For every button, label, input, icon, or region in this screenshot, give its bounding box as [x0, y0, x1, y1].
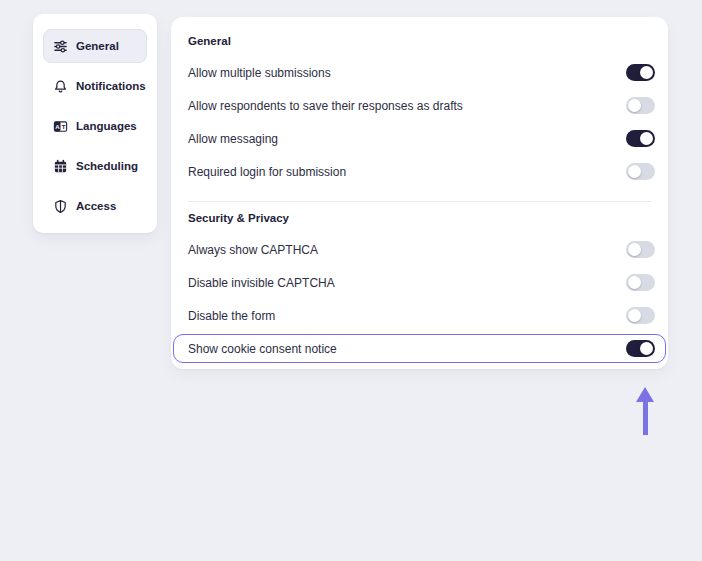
setting-label: Disable the form [188, 309, 626, 323]
toggle-always-show-captcha[interactable] [626, 241, 655, 258]
toggle-knob [628, 165, 641, 178]
settings-sidebar: General Notifications A T Languages [33, 14, 157, 233]
setting-label: Allow messaging [188, 132, 626, 146]
section-title: Security & Privacy [171, 202, 668, 233]
toggle-required-login[interactable] [626, 163, 655, 180]
toggle-knob [640, 132, 653, 145]
sidebar-item-scheduling[interactable]: Scheduling [43, 149, 147, 183]
toggle-knob [640, 342, 653, 355]
arrow-shaft [643, 402, 648, 435]
sidebar-item-label: Access [76, 200, 116, 212]
arrow-up-icon [636, 387, 654, 435]
setting-label: Allow respondents to save their response… [188, 99, 626, 113]
section-title: General [171, 25, 668, 56]
settings-page: General Notifications A T Languages [0, 0, 702, 561]
section-general: General Allow multiple submissions Allow… [171, 25, 668, 188]
sliders-icon [53, 39, 68, 54]
toggle-allow-multiple-submissions[interactable] [626, 64, 655, 81]
setting-label: Allow multiple submissions [188, 66, 626, 80]
setting-row-allow-multiple-submissions: Allow multiple submissions [171, 56, 668, 89]
setting-row-cookie-consent-highlighted: Show cookie consent notice [173, 334, 666, 363]
toggle-save-drafts[interactable] [626, 97, 655, 114]
setting-row-save-drafts: Allow respondents to save their response… [171, 89, 668, 122]
sidebar-item-general[interactable]: General [43, 29, 147, 63]
setting-row-always-show-captcha: Always show CAPTHCA [171, 233, 668, 266]
setting-row-disable-form: Disable the form [171, 299, 668, 332]
sidebar-item-label: Notifications [76, 80, 146, 92]
setting-row-disable-invisible-captcha: Disable invisible CAPTCHA [171, 266, 668, 299]
toggle-disable-form[interactable] [626, 307, 655, 324]
toggle-allow-messaging[interactable] [626, 130, 655, 147]
translate-icon: A T [53, 119, 68, 134]
bell-icon [53, 79, 68, 94]
setting-label: Required login for submission [188, 165, 626, 179]
sidebar-item-label: General [76, 40, 119, 52]
toggle-knob [628, 99, 641, 112]
calendar-icon [53, 159, 68, 174]
toggle-knob [628, 309, 641, 322]
section-security-privacy: Security & Privacy Always show CAPTHCA D… [171, 202, 668, 363]
sidebar-item-languages[interactable]: A T Languages [43, 109, 147, 143]
shield-icon [53, 199, 68, 214]
toggle-knob [628, 276, 641, 289]
toggle-disable-invisible-captcha[interactable] [626, 274, 655, 291]
sidebar-item-access[interactable]: Access [43, 189, 147, 223]
toggle-knob [628, 243, 641, 256]
setting-label: Always show CAPTHCA [188, 243, 626, 257]
setting-label: Show cookie consent notice [188, 342, 626, 356]
sidebar-item-notifications[interactable]: Notifications [43, 69, 147, 103]
setting-row-allow-messaging: Allow messaging [171, 122, 668, 155]
sidebar-item-label: Scheduling [76, 160, 138, 172]
setting-label: Disable invisible CAPTCHA [188, 276, 626, 290]
toggle-knob [640, 66, 653, 79]
sidebar-item-label: Languages [76, 120, 137, 132]
svg-text:A: A [55, 122, 60, 129]
settings-panel: General Allow multiple submissions Allow… [171, 17, 668, 369]
toggle-cookie-consent[interactable] [626, 340, 655, 357]
svg-text:T: T [62, 122, 66, 129]
setting-row-required-login: Required login for submission [171, 155, 668, 188]
arrow-head [636, 387, 654, 402]
